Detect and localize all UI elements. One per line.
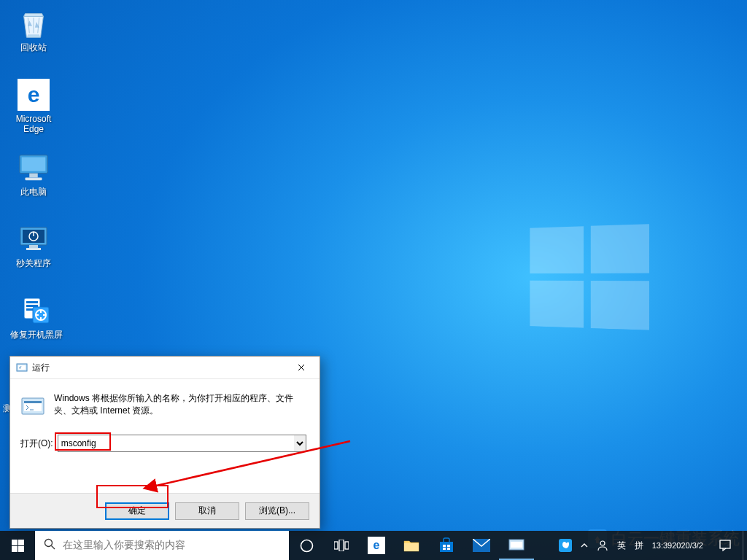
- desktop-icon-label: 回收站: [6, 42, 61, 52]
- windows-logo-icon: [12, 540, 24, 552]
- desktop-icon-label: 修复开机黑屏: [6, 330, 67, 340]
- close-icon: [298, 364, 305, 371]
- dialog-titlebar[interactable]: 运行: [10, 357, 320, 379]
- cancel-button[interactable]: 取消: [175, 502, 239, 520]
- tray-ime-lang[interactable]: 英: [613, 531, 630, 560]
- chevron-up-icon: [581, 542, 588, 549]
- recycle-bin-icon: [16, 6, 51, 41]
- run-dialog-icon: [20, 394, 45, 419]
- svg-rect-6: [29, 245, 38, 248]
- cortana-icon: [300, 539, 314, 553]
- svg-rect-23: [18, 540, 24, 545]
- svg-rect-20: [24, 401, 42, 403]
- svg-rect-2: [29, 174, 38, 178]
- run-dialog: 运行 Windows 将根据你所输入的名称，为你打开相应的程序、文件夹、文档或 …: [9, 356, 320, 529]
- repair-icon: [19, 293, 54, 328]
- svg-rect-32: [440, 542, 453, 552]
- people-icon: [597, 540, 608, 551]
- tray-clock[interactable]: 13:39 2020/3/2: [648, 531, 708, 560]
- dialog-description: Windows 将根据你所输入的名称，为你打开相应的程序、文件夹、文档或 Int…: [54, 392, 306, 419]
- cortana-button[interactable]: [289, 531, 324, 560]
- svg-rect-36: [447, 548, 450, 550]
- wallpaper-windows-logo: [530, 224, 649, 330]
- desktop-icon-this-pc[interactable]: 此电脑: [6, 150, 61, 197]
- desktop-icon-label: 秒关程序: [6, 258, 61, 268]
- task-view-button[interactable]: [324, 531, 359, 560]
- tray-ime-mode[interactable]: 拼: [630, 531, 648, 560]
- svg-rect-30: [339, 540, 344, 551]
- dialog-title: 运行: [32, 362, 285, 374]
- system-tray: 英 拼 13:39 2020/3/2: [554, 531, 747, 560]
- desktop-icon-repair[interactable]: 修复开机黑屏: [6, 293, 67, 340]
- run-taskbar-icon: [508, 538, 525, 551]
- svg-rect-29: [334, 542, 338, 549]
- svg-rect-25: [18, 546, 24, 552]
- store-icon: [438, 537, 454, 553]
- svg-point-26: [45, 540, 53, 547]
- svg-point-28: [301, 540, 312, 551]
- ok-button[interactable]: 确定: [105, 502, 169, 520]
- taskbar-search[interactable]: 在这里输入你要搜索的内容: [35, 531, 289, 560]
- svg-rect-31: [345, 542, 349, 549]
- svg-rect-33: [443, 545, 446, 547]
- svg-rect-24: [12, 546, 18, 552]
- run-app-icon: [16, 362, 28, 373]
- open-input[interactable]: [58, 435, 294, 451]
- taskbar-app-store[interactable]: [429, 531, 464, 560]
- svg-point-41: [600, 541, 605, 545]
- search-icon: [44, 538, 55, 553]
- monitor-icon: [16, 150, 51, 185]
- desktop-icon-shutdown[interactable]: 秒关程序: [6, 222, 61, 268]
- taskbar-app-run[interactable]: [499, 531, 534, 560]
- desktop-icon-edge[interactable]: e Microsoft Edge: [6, 77, 61, 134]
- tray-people[interactable]: [592, 531, 613, 560]
- taskbar-app-edge[interactable]: e: [359, 531, 394, 560]
- svg-rect-39: [511, 542, 522, 548]
- svg-rect-22: [12, 540, 18, 545]
- svg-rect-35: [443, 548, 446, 550]
- svg-rect-3: [26, 177, 42, 180]
- tray-date: 2020/3/2: [672, 541, 703, 551]
- show-desktop-button[interactable]: [743, 531, 747, 560]
- svg-line-27: [52, 546, 55, 550]
- notification-icon: [719, 539, 732, 552]
- desktop-icon-recycle-bin[interactable]: 回收站: [6, 6, 61, 52]
- tray-overflow[interactable]: [576, 531, 592, 560]
- start-button[interactable]: [0, 531, 35, 560]
- svg-rect-42: [720, 540, 730, 548]
- svg-rect-1: [22, 158, 46, 171]
- close-button[interactable]: [285, 357, 318, 378]
- tray-time: 13:39: [652, 541, 673, 551]
- mail-icon: [473, 539, 490, 552]
- action-center-button[interactable]: [708, 531, 743, 560]
- svg-rect-11: [26, 301, 38, 303]
- bird-icon: [559, 539, 572, 552]
- shutdown-monitor-icon: [16, 222, 51, 257]
- svg-rect-34: [447, 545, 450, 547]
- desktop-icon-label: 此电脑: [6, 187, 61, 197]
- browse-button[interactable]: 浏览(B)...: [245, 502, 309, 520]
- folder-icon: [403, 539, 419, 552]
- edge-icon: e: [368, 537, 385, 554]
- open-label: 打开(O):: [20, 438, 53, 450]
- tray-tweetdeck[interactable]: [554, 531, 576, 560]
- taskbar-app-mail[interactable]: [464, 531, 499, 560]
- taskbar-app-explorer[interactable]: [394, 531, 429, 560]
- task-view-icon: [334, 540, 349, 551]
- desktop-icon-label: Microsoft Edge: [6, 114, 61, 134]
- taskbar: 在这里输入你要搜索的内容 e: [0, 531, 747, 560]
- search-placeholder: 在这里输入你要搜索的内容: [63, 539, 185, 552]
- edge-icon: e: [16, 77, 51, 112]
- svg-rect-7: [26, 248, 41, 250]
